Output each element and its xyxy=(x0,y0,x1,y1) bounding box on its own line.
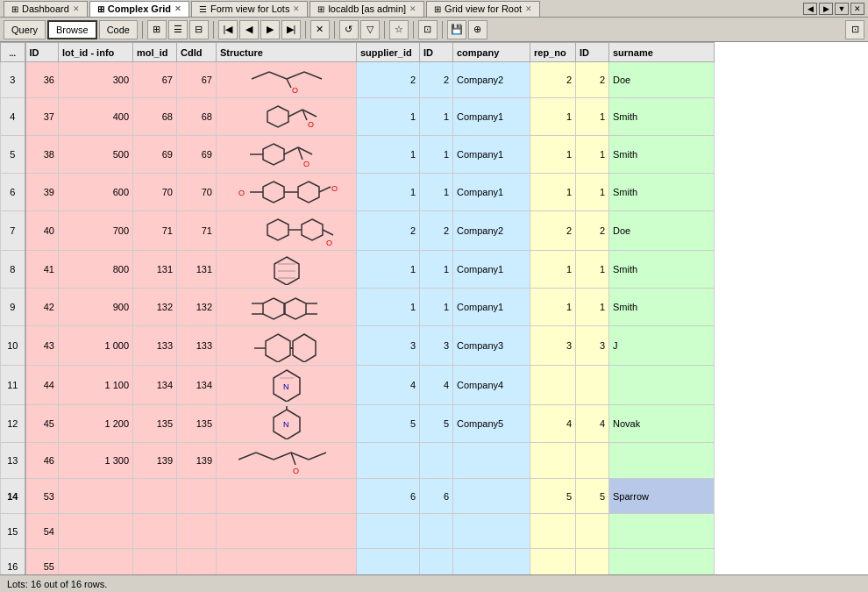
win-close[interactable]: ✕ xyxy=(850,3,864,15)
tab-localdb-icon: ⊞ xyxy=(317,4,324,14)
cell-cdid: 135 xyxy=(177,405,217,443)
win-list[interactable]: ▼ xyxy=(835,3,849,15)
browse-button[interactable]: Browse xyxy=(47,20,97,39)
cell-id2: 2 xyxy=(420,62,453,98)
cell-id: 54 xyxy=(25,514,59,549)
table-row[interactable]: 6396007070 O O 11Company111Smith xyxy=(1,174,715,211)
svg-marker-17 xyxy=(263,182,284,203)
cell-id3: 5 xyxy=(576,479,609,514)
cell-supplier-id: 3 xyxy=(357,326,420,366)
tab-form-view-close[interactable]: ✕ xyxy=(293,4,300,13)
svg-line-55 xyxy=(274,453,291,460)
refresh-btn[interactable]: ↺ xyxy=(339,20,359,39)
col-header-supplier-id[interactable]: supplier_id xyxy=(357,43,420,62)
table-row[interactable]: 4374006868 O 11Company111Smith xyxy=(1,98,715,136)
star-btn[interactable]: ☆ xyxy=(389,20,409,39)
cell-rep-no: 5 xyxy=(530,479,576,514)
save2-btn[interactable]: ⊕ xyxy=(468,20,487,39)
code-button[interactable]: Code xyxy=(99,20,138,39)
table-row[interactable]: 14536655Sparrow xyxy=(1,479,715,514)
tab-grid-root-close[interactable]: ✕ xyxy=(525,4,532,13)
cell-mol-id: 70 xyxy=(133,174,177,211)
cell-id3: 1 xyxy=(576,289,609,326)
cell-lot-info xyxy=(59,479,133,514)
table-row[interactable]: 10431 000133133 33Company333J xyxy=(1,326,715,366)
status-bar: Lots: 16 out of 16 rows. xyxy=(0,574,868,592)
cell-cdid: 67 xyxy=(177,62,217,98)
cell-id: 53 xyxy=(25,479,59,514)
tab-complex-grid[interactable]: ⊞ Complex Grid ✕ xyxy=(89,1,189,17)
col-header-id[interactable]: ID xyxy=(25,43,59,62)
col-header-id3[interactable]: ID xyxy=(576,43,609,62)
col-header-rep-no[interactable]: rep_no xyxy=(530,43,576,62)
cell-supplier-id: 1 xyxy=(357,251,420,289)
tab-localdb-close[interactable]: ✕ xyxy=(409,4,416,13)
grid-icon-btn[interactable]: ⊞ xyxy=(147,20,167,39)
nav-last[interactable]: ▶| xyxy=(281,20,301,39)
tab-complex-grid-close[interactable]: ✕ xyxy=(174,4,181,13)
cell-mol-id: 67 xyxy=(133,62,177,98)
cell-rep-no: 1 xyxy=(530,174,576,211)
cell-surname xyxy=(609,366,715,405)
svg-line-1 xyxy=(269,72,287,79)
tab-form-view[interactable]: ☰ Form view for Lots ✕ xyxy=(191,1,308,17)
svg-text:O: O xyxy=(308,120,314,129)
col-header-structure[interactable]: Structure xyxy=(217,43,357,62)
cell-mol-id: 133 xyxy=(133,326,177,366)
col-header-company[interactable]: company xyxy=(453,43,530,62)
table-row[interactable]: 5385006969 O 11Company111Smith xyxy=(1,136,715,174)
cell-structure xyxy=(217,549,357,575)
row-number: 12 xyxy=(1,405,25,443)
cell-company xyxy=(453,479,530,514)
cell-company: Company3 xyxy=(453,326,530,366)
tab-dashboard[interactable]: ⊞ Dashboard ✕ xyxy=(4,1,88,17)
col-header-mol-id[interactable]: mol_id xyxy=(133,43,177,62)
svg-marker-19 xyxy=(298,182,319,203)
table-row[interactable]: 11441 100134134 N H 44Company4 xyxy=(1,366,715,405)
maximize-btn[interactable]: ⊡ xyxy=(845,20,864,39)
col-header-cdid[interactable]: CdId xyxy=(177,43,217,62)
cell-surname: Doe xyxy=(609,211,715,251)
table-row[interactable]: 12451 200135135 N 55Company544Novak xyxy=(1,405,715,443)
cell-id: 36 xyxy=(25,62,59,98)
cell-id3 xyxy=(576,514,609,549)
nav-prev[interactable]: ◀ xyxy=(239,20,259,39)
svg-text:O: O xyxy=(293,467,299,475)
add-btn[interactable]: ✕ xyxy=(310,20,330,39)
cell-mol-id: 139 xyxy=(133,443,177,479)
export-btn[interactable]: ⊡ xyxy=(418,20,438,39)
win-next[interactable]: ▶ xyxy=(819,3,833,15)
cell-company: Company4 xyxy=(453,366,530,405)
nav-next[interactable]: ▶ xyxy=(260,20,280,39)
cell-company: Company2 xyxy=(453,62,530,98)
cell-id3: 2 xyxy=(576,211,609,251)
filter-btn[interactable]: ▽ xyxy=(360,20,380,39)
win-prev[interactable]: ◀ xyxy=(803,3,817,15)
table-row[interactable]: 13461 300139139 O xyxy=(1,443,715,479)
chart-icon-btn[interactable]: ⊟ xyxy=(189,20,209,39)
col-header-lot-info[interactable]: lot_id - info xyxy=(59,43,133,62)
form-icon-btn[interactable]: ☰ xyxy=(168,20,188,39)
tab-grid-root[interactable]: ⊞ Grid view for Root ✕ xyxy=(426,1,540,17)
tab-dashboard-close[interactable]: ✕ xyxy=(73,4,80,13)
table-row[interactable]: 841800131131 11Company111Smith xyxy=(1,251,715,289)
cell-company: Company1 xyxy=(453,174,530,211)
grid-scroll[interactable]: ... ID lot_id - info mol_id CdId Structu… xyxy=(0,42,868,574)
nav-first[interactable]: |◀ xyxy=(218,20,238,39)
table-row[interactable]: 942900132132 11Company111Smith xyxy=(1,289,715,326)
save-btn[interactable]: 💾 xyxy=(447,20,466,39)
col-header-surname[interactable]: surname xyxy=(609,43,715,62)
svg-line-3 xyxy=(304,72,322,79)
row-number: 6 xyxy=(1,174,25,211)
tab-localdb[interactable]: ⊞ localdb [as admin] ✕ xyxy=(309,1,424,17)
svg-line-20 xyxy=(319,187,331,192)
table-row[interactable]: 1655 xyxy=(1,549,715,575)
query-button[interactable]: Query xyxy=(4,20,46,39)
table-row[interactable]: 3363006767 O 22Company222Doe xyxy=(1,62,715,98)
table-row[interactable]: 1554 xyxy=(1,514,715,549)
table-row[interactable]: 7407007171 O 22Company222Doe xyxy=(1,211,715,251)
col-header-id2[interactable]: ID xyxy=(420,43,453,62)
cell-rep-no: 1 xyxy=(530,136,576,174)
toolbar-sep2 xyxy=(213,21,214,39)
row-number: 4 xyxy=(1,98,25,136)
